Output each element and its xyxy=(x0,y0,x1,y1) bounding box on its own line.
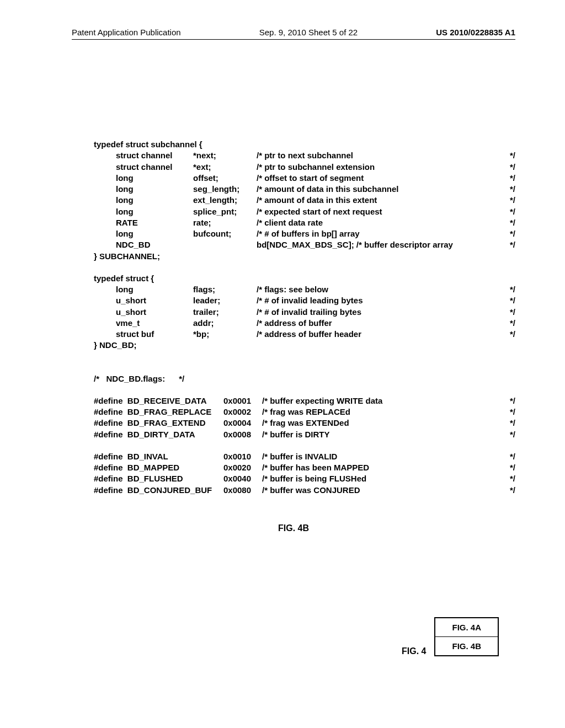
figure-panel-label: FIG. 4 xyxy=(402,646,426,656)
figure-main-label: FIG. 4B xyxy=(72,523,515,533)
define-row: #define BD_FLUSHED0x0040/* buffer is bei… xyxy=(94,473,515,484)
struct-row: longoffset;/* offset to start of segment… xyxy=(94,173,515,184)
define-row: #define BD_FRAG_EXTEND0x0004/* frag was … xyxy=(94,417,515,429)
struct-row: struct channel*next;/* ptr to next subch… xyxy=(94,150,515,161)
struct-row: vme_taddr;/* address of buffer*/ xyxy=(94,318,515,329)
figure-cell: FIG. 4A xyxy=(435,618,498,637)
define-row: #define BD_RECEIVE_DATA0x0001/* buffer e… xyxy=(94,395,515,406)
struct-close: } NDC_BD; xyxy=(94,340,515,351)
define-row: #define BD_MAPPED0x0020/* buffer has bee… xyxy=(94,462,515,473)
struct-close: } SUBCHANNEL; xyxy=(94,251,515,262)
header-left: Patent Application Publication xyxy=(72,28,181,37)
struct-row: longbufcount;/* # of buffers in bp[] arr… xyxy=(94,228,515,239)
define-row: #define BD_INVAL0x0010/* buffer is INVAL… xyxy=(94,451,515,462)
struct-decl: typedef struct { xyxy=(94,273,515,284)
define-row: #define BD_DIRTY_DATA0x0008/* buffer is … xyxy=(94,429,515,440)
code-content: typedef struct subchannel { struct chann… xyxy=(94,139,515,496)
header-mid: Sep. 9, 2010 Sheet 5 of 22 xyxy=(259,28,358,37)
flags-comment: /* NDC_BD.flags: */ xyxy=(94,373,515,384)
struct-row: longext_length;/* amount of data in this… xyxy=(94,195,515,206)
struct-row: u_shortleader;/* # of invalid leading by… xyxy=(94,295,515,306)
struct-row: RATErate;/* client data rate*/ xyxy=(94,217,515,228)
struct-row: longseg_length;/* amount of data in this… xyxy=(94,184,515,195)
header-right: US 2010/0228835 A1 xyxy=(436,28,515,37)
doc-header: Patent Application Publication Sep. 9, 2… xyxy=(72,28,515,40)
define-row: #define BD_CONJURED_BUF0x0080/* buffer w… xyxy=(94,485,515,496)
struct-row: struct buf*bp;/* address of buffer heade… xyxy=(94,329,515,340)
struct-row: longsplice_pnt;/* expected start of next… xyxy=(94,206,515,217)
struct-row: NDC_BDbd[NDC_MAX_BDS_SC]; /* buffer desc… xyxy=(94,239,515,250)
struct-decl: typedef struct subchannel { xyxy=(94,139,515,150)
page-container: Patent Application Publication Sep. 9, 2… xyxy=(0,0,565,728)
struct-row: struct channel*ext;/* ptr to subchannel … xyxy=(94,162,515,173)
figure-cell: FIG. 4B xyxy=(435,637,498,656)
struct-row: longflags;/* flags: see below*/ xyxy=(94,284,515,295)
figure-table: FIG. 4A FIG. 4B xyxy=(434,617,499,656)
struct-row: u_shorttrailer;/* # of invalid trailing … xyxy=(94,307,515,318)
figure-panel: FIG. 4 FIG. 4A FIG. 4B xyxy=(402,617,499,656)
define-row: #define BD_FRAG_REPLACE0x0002/* frag was… xyxy=(94,406,515,417)
